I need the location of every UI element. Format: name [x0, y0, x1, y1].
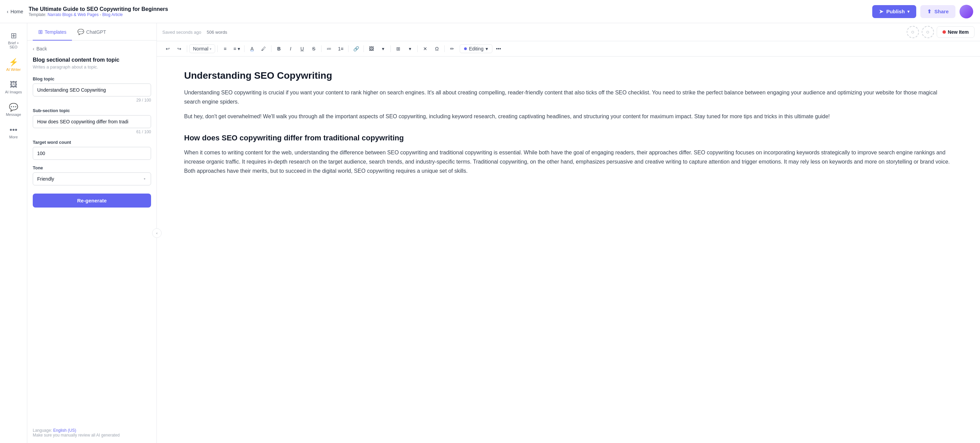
publish-button[interactable]: ➤ Publish ▾ [872, 5, 916, 18]
share-label: Share [934, 8, 949, 14]
sidebar-item-message[interactable]: 💬 Message [2, 100, 26, 120]
new-item-button[interactable]: New Item [937, 26, 975, 38]
collapse-arrow-icon: ‹ [156, 231, 158, 235]
link-button[interactable]: 🔗 [350, 43, 361, 54]
blog-topic-char-count: 29 / 100 [33, 98, 151, 103]
bold-button[interactable]: B [274, 43, 285, 54]
editor-area: Saved seconds ago 506 words ○ ○ New Item… [157, 23, 980, 443]
bullet-list-button[interactable]: ≔ [324, 43, 334, 54]
toolbar-separator-5 [321, 45, 321, 52]
template-name-link[interactable]: Narrato Blogs & Web Pages [48, 12, 99, 17]
special-char-button[interactable]: Ω [431, 43, 442, 54]
chevron-left-icon: ‹ [7, 9, 8, 14]
underline-button[interactable]: U [297, 43, 307, 54]
format-toolbar: ↩ ↪ Normal ▾ ≡ ≡ ▾ A 🖊 B I U S ≔ 1≡ 🔗 🖼 [157, 41, 980, 57]
tab-chatgpt[interactable]: 💬 ChatGPT [72, 23, 111, 41]
top-header: ‹ Home The Ultimate Guide to SEO Copywri… [0, 0, 980, 23]
tone-select[interactable]: Friendly Professional Casual Formal Info… [33, 172, 151, 186]
sidebar-label-brief-seo: Brief + SEO [4, 41, 23, 49]
panel-wrapper: ⊞ Templates 💬 ChatGPT ‹ Back Blog sectio… [27, 23, 157, 443]
doc-title: The Ultimate Guide to SEO Copywriting fo… [29, 6, 168, 12]
disclaimer-text: Make sure you manually review all AI gen… [33, 433, 120, 438]
message-icon: 💬 [9, 103, 18, 111]
sub-section-input[interactable] [33, 115, 151, 128]
back-button[interactable]: ‹ Back [33, 46, 151, 51]
blog-topic-input[interactable] [33, 84, 151, 97]
panel-collapse-button[interactable]: ‹ [152, 228, 162, 238]
toolbar-separator-10 [444, 45, 445, 52]
target-word-group: Target word count [33, 140, 151, 160]
table-dropdown-button[interactable]: ▾ [404, 43, 415, 54]
content-h2: How does SEO copywriting differ from tra… [184, 133, 953, 143]
new-item-label: New Item [948, 29, 969, 35]
image-button[interactable]: 🖼 [366, 43, 377, 54]
panel-section-sub: Writes a paragraph about a topic. [33, 64, 151, 70]
more-options-button[interactable]: ••• [493, 43, 504, 54]
content-p3: When it comes to writing content for the… [184, 148, 953, 176]
toolbar-separator-6 [348, 45, 348, 52]
format-style-dropdown[interactable]: Normal ▾ [189, 44, 215, 53]
target-word-input[interactable] [33, 147, 151, 160]
doc-info: The Ultimate Guide to SEO Copywriting fo… [29, 6, 168, 17]
template-type-link[interactable]: Blog Article [102, 12, 123, 17]
regenerate-button[interactable]: Re-generate [33, 194, 151, 208]
strikethrough-button[interactable]: S [308, 43, 319, 54]
home-link[interactable]: ‹ Home [7, 9, 23, 14]
toolbar-separator-2 [217, 45, 218, 52]
publish-arrow-icon: ➤ [879, 8, 883, 15]
sidebar-item-ai-writer[interactable]: ⚡ AI Writer [2, 55, 26, 75]
clear-format-button[interactable]: ✕ [420, 43, 431, 54]
new-item-dot [942, 30, 946, 34]
brief-seo-icon: ⊞ [11, 32, 17, 40]
publish-chevron-icon: ▾ [907, 9, 909, 14]
image-dropdown-button[interactable]: ▾ [377, 43, 388, 54]
circle-icon-2: ○ [926, 29, 929, 35]
highlight-button[interactable]: 🖊 [258, 43, 269, 54]
avatar[interactable] [959, 5, 973, 18]
table-button[interactable]: ⊞ [393, 43, 404, 54]
align-dropdown-button[interactable]: ≡ ▾ [231, 43, 242, 54]
sidebar-label-message: Message [6, 113, 21, 116]
share-button[interactable]: ⬆ Share [920, 5, 955, 18]
format-style-chevron: ▾ [210, 47, 212, 51]
toolbar-separator-9 [417, 45, 418, 52]
share-icon: ⬆ [927, 8, 932, 15]
comment-button[interactable]: ✏ [447, 43, 458, 54]
editing-dropdown[interactable]: Editing ▾ [460, 44, 492, 53]
italic-button[interactable]: I [285, 43, 296, 54]
sub-section-char-count: 61 / 100 [33, 130, 151, 134]
language-link[interactable]: English (US) [53, 428, 76, 433]
circle-icon-1: ○ [911, 29, 915, 35]
save-status: Saved seconds ago [162, 30, 201, 35]
sidebar-item-ai-images[interactable]: 🖼 AI Images [2, 78, 26, 97]
language-label: Language: [33, 428, 52, 433]
sidebar-item-brief-seo[interactable]: ⊞ Brief + SEO [2, 29, 26, 52]
toolbar-separator-1 [187, 45, 187, 52]
toolbar-separator-7 [363, 45, 364, 52]
sidebar-item-more[interactable]: ••• More [2, 123, 26, 143]
more-icon: ••• [10, 126, 18, 133]
undo-button[interactable]: ↩ [162, 43, 173, 54]
header-left: ‹ Home The Ultimate Guide to SEO Copywri… [7, 6, 168, 17]
toolbar-separator-3 [244, 45, 245, 52]
tab-templates[interactable]: ⊞ Templates [33, 23, 72, 41]
ordered-list-button[interactable]: 1≡ [335, 43, 346, 54]
ai-images-icon: 🖼 [10, 81, 18, 89]
circle-button-2[interactable]: ○ [922, 26, 934, 38]
content-h1: Understanding SEO Copywriting [184, 70, 953, 81]
word-count: 506 words [207, 30, 227, 35]
panel-inner: ‹ Back Blog sectional content from topic… [27, 41, 156, 422]
blog-topic-group: Blog topic 29 / 100 [33, 76, 151, 103]
text-color-button[interactable]: A [247, 43, 258, 54]
back-label: Back [37, 46, 47, 51]
sub-section-label: Sub-section topic [33, 108, 151, 113]
circle-button-1[interactable]: ○ [907, 26, 919, 38]
new-item-area: ○ ○ New Item [907, 26, 975, 38]
redo-button[interactable]: ↪ [174, 43, 185, 54]
align-left-button[interactable]: ≡ [220, 43, 231, 54]
avatar-image [959, 5, 973, 18]
main-body: ⊞ Brief + SEO ⚡ AI Writer 🖼 AI Images 💬 … [0, 23, 980, 443]
editing-chevron-icon: ▾ [485, 46, 488, 51]
home-label: Home [11, 9, 23, 14]
editor-content[interactable]: Understanding SEO Copywriting Understand… [157, 57, 980, 443]
